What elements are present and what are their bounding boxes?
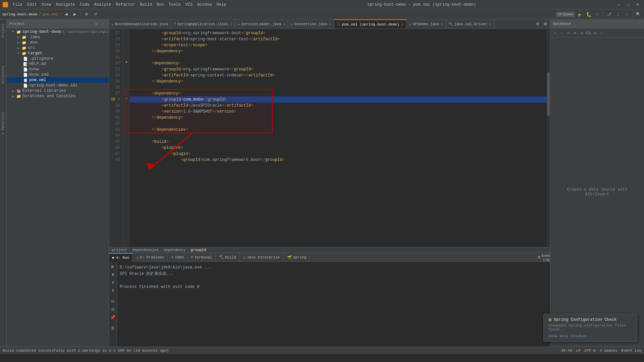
menu-file[interactable]: File (11, 2, 24, 8)
tab-build[interactable]: 🔨 Build (216, 253, 240, 262)
close-icon[interactable]: ✕ (489, 22, 491, 26)
toolbar-btn-back[interactable]: ◀ (62, 11, 70, 18)
breadcrumb-dependencies[interactable]: dependencies (132, 248, 159, 252)
db-filter-btn[interactable]: ▽ (599, 30, 605, 36)
sidebar-minimize-btn[interactable]: − (100, 21, 106, 27)
sidebar-settings-btn[interactable]: ⚙ (93, 21, 99, 27)
maximize-button[interactable]: □ (625, 1, 632, 8)
tab-spring-app[interactable]: © SpringApplication.class ✕ (171, 19, 235, 29)
tab-boot-demo[interactable]: ☕ BootDemoApplication.java (109, 19, 171, 29)
cursor-position[interactable]: 38:40 (561, 349, 572, 353)
breadcrumb-groupid[interactable]: groupId (191, 248, 206, 252)
tree-item-mvn[interactable]: ▶ 📁 .mvn (7, 40, 109, 45)
run-clear-btn[interactable]: 🗑 (110, 325, 116, 331)
menu-view[interactable]: View (40, 2, 53, 8)
db-minus-btn[interactable]: − (558, 30, 565, 36)
close-icon[interactable]: ✕ (283, 22, 285, 26)
db-expand-btn[interactable]: ⊞ (592, 30, 598, 36)
tree-item-root[interactable]: ▼ 📁 spring-boot-demo E:\workspace\Spring… (7, 29, 109, 35)
tree-item-idea[interactable]: ▶ 📁 .idea (7, 35, 109, 40)
line-separator[interactable]: LF (576, 349, 581, 353)
code-content[interactable]: <groupId>org.springframework.boot</group… (130, 29, 547, 247)
tab-settings-btn[interactable]: ⚙ (534, 20, 541, 28)
menu-refactor[interactable]: Refactor (114, 2, 137, 8)
menu-code[interactable]: Code (78, 2, 92, 8)
debug-button[interactable]: 🐛 (585, 11, 592, 18)
db-add-btn[interactable]: + (552, 30, 558, 36)
db-sync-btn[interactable]: ⇄ (572, 30, 578, 36)
close-button[interactable]: ✕ (634, 1, 641, 8)
run-config-selector[interactable]: SPIDemo (556, 12, 575, 17)
run-stop-btn[interactable]: ■ (110, 271, 116, 278)
tab-spring[interactable]: 🌱 Spring (284, 253, 310, 262)
show-help-link[interactable]: Show Help (548, 334, 568, 338)
tab-terminal[interactable]: ⌨ Terminal (187, 253, 216, 262)
db-settings-btn[interactable]: ⚙ (579, 30, 585, 36)
db-minimize-btn[interactable]: − (635, 21, 641, 27)
favorites-tab-icon[interactable]: ★ Favorites (1, 109, 6, 138)
tab-problems[interactable]: ⚠ 6: Problems (133, 253, 168, 262)
event-log-status[interactable]: Event Log (622, 349, 641, 353)
tab-todo[interactable]: ✎ TODO (168, 253, 187, 262)
structure-tab-icon[interactable]: Structure (1, 63, 6, 86)
indent-info[interactable]: 4 spaces (600, 349, 618, 353)
tab-connection[interactable]: ☕ Connection.java ✕ (288, 19, 334, 29)
tab-run[interactable]: ▶ 4: Run (109, 253, 133, 262)
run-restart-btn[interactable]: ▶ (110, 263, 116, 270)
close-icon[interactable]: ✕ (401, 22, 404, 26)
run-settings-btn[interactable]: ⚙ (110, 298, 116, 305)
breadcrumb-dependency[interactable]: dependency (164, 248, 186, 252)
tab-java-driver[interactable]: 🔌 java.sql.Driver ✕ (446, 19, 494, 29)
tab-spidemo[interactable]: ☕ SPIDemo.java ✕ (407, 19, 446, 29)
tab-java-enterprise[interactable]: ☕ Java Enterprise (240, 253, 284, 262)
tree-item-external-libs[interactable]: ▶ 📚 External Libraries (7, 88, 109, 94)
menu-navigate[interactable]: Navigate (54, 2, 77, 8)
close-icon[interactable]: ✕ (441, 22, 443, 26)
tree-item-target[interactable]: ▼ 📁 target (7, 51, 109, 56)
tree-item-gitignore[interactable]: 📄 .gitignore (7, 56, 109, 61)
menu-help[interactable]: Help (214, 2, 228, 8)
event-log-btn[interactable]: Event Log (543, 254, 550, 261)
tree-item-help[interactable]: 📝 HELP.md (7, 61, 109, 67)
run-button[interactable]: ▶ (576, 11, 584, 18)
close-icon[interactable]: ✕ (230, 22, 232, 26)
tree-item-mvnwcmd[interactable]: 📄 mvnw.cmd (7, 72, 109, 77)
toolbar-btn-settings[interactable]: ⚙ (83, 11, 90, 18)
menu-analyze[interactable]: Analyze (92, 2, 113, 8)
coverage-button[interactable]: ▷ (594, 11, 601, 18)
menu-window[interactable]: Window (195, 2, 214, 8)
toolbar-btn-update[interactable]: ↓ (614, 11, 622, 18)
run-scroll-down-btn[interactable]: ⬇ (110, 287, 116, 294)
toolbar-btn-fwd[interactable]: ▶ (71, 11, 78, 18)
breadcrumb-project[interactable]: project (112, 248, 127, 252)
run-scroll-top-btn[interactable]: ⬆ (110, 279, 116, 286)
menu-run[interactable]: Run (155, 2, 166, 8)
tree-item-scratches[interactable]: ▶ 📁 Scratches and Consoles (7, 94, 109, 99)
project-tab-icon[interactable]: Project (1, 21, 6, 40)
tab-pom-xml[interactable]: 🗒 pom.xml (spring-boot-demo) ✕ (334, 19, 407, 29)
menu-build[interactable]: Build (138, 2, 154, 8)
db-sql-btn[interactable]: SQL (585, 30, 591, 36)
close-icon[interactable]: ✕ (329, 22, 331, 26)
menu-tools[interactable]: Tools (167, 2, 183, 8)
toolbar-btn-push[interactable]: ↑ (623, 11, 630, 18)
tree-item-src[interactable]: ▶ 📁 src (7, 45, 109, 51)
disable-link[interactable]: Disable... (571, 334, 593, 338)
encoding[interactable]: UTF-8 (585, 349, 596, 353)
code-line-41: </dependency> (130, 115, 547, 121)
menu-vcs[interactable]: VCS (183, 2, 195, 8)
tab-expand-btn[interactable]: ⊞ (541, 20, 549, 28)
minimize-button[interactable]: ─ (615, 1, 623, 8)
tab-service-loader[interactable]: ☕ ServiceLoader.java ✕ (235, 19, 288, 29)
toolbar-btn-vcs[interactable]: ⎇ (605, 11, 613, 18)
run-pin-btn[interactable]: 📌 (110, 314, 116, 321)
run-filter-btn[interactable]: ⊞ (110, 306, 116, 313)
menu-edit[interactable]: Edit (25, 2, 39, 8)
tree-item-iml[interactable]: 📄 spring-boot-demo.iml (7, 83, 109, 88)
tree-item-pom[interactable]: 📋 pom.xml (7, 77, 109, 83)
toolbar-btn-sync[interactable]: ↺ (92, 11, 99, 18)
toolbar-btn-search[interactable]: 🔍 (635, 11, 642, 18)
code-editor[interactable]: 27 28 29 30 31 32 33 34 35 36 37 38 ⚡ 39… (109, 29, 550, 247)
db-refresh-btn[interactable]: ↺ (565, 30, 571, 36)
tree-item-mvnw[interactable]: 📄 mvnw (7, 67, 109, 72)
